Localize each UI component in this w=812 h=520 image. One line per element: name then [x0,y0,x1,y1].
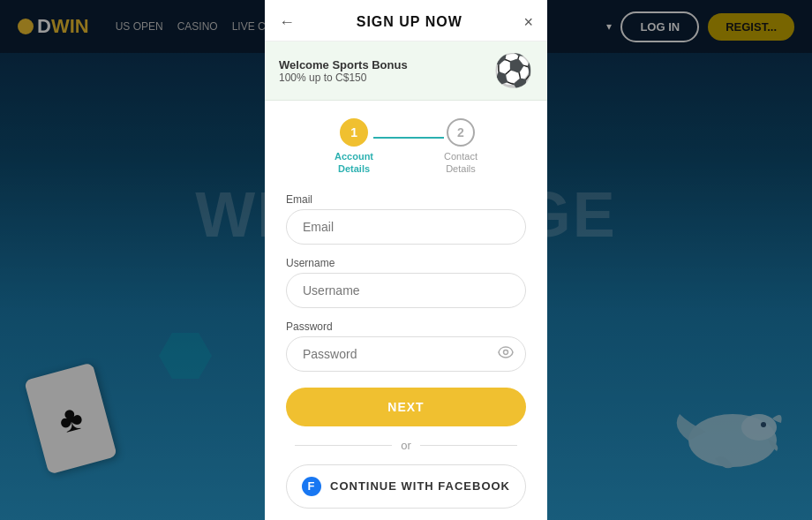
step-2: 2 Contact Details [444,118,477,176]
step-2-circle: 2 [447,118,475,147]
facebook-button-label: CONTINUE WITH FACEBOOK [330,479,510,493]
email-field-group: Email [286,193,526,245]
email-input[interactable] [286,209,526,245]
email-label: Email [286,193,526,206]
bonus-subtitle: 100% up to C$150 [279,72,408,84]
divider-or-text: or [401,439,411,452]
username-field-group: Username [286,257,526,308]
next-button[interactable]: NEXT [286,388,526,426]
divider-line-left [295,445,392,446]
close-button[interactable]: × [523,14,533,30]
password-field-group: Password [286,320,526,372]
back-button[interactable]: ← [279,14,295,30]
username-label: Username [286,257,526,269]
bonus-title: Welcome Sports Bonus [279,58,408,72]
password-input[interactable] [286,336,526,372]
step-1-circle: 1 [340,118,368,147]
step-1-label: Account Details [335,150,373,176]
form-body: Email Username Password NEXT [265,185,547,520]
facebook-icon: f [302,477,321,496]
password-wrapper [286,336,526,372]
step-2-label: Contact Details [444,150,477,176]
username-input[interactable] [286,273,526,308]
modal-header: ← SIGN UP NOW × [265,0,547,41]
step-1: 1 Account Details [335,118,373,176]
steps-indicator: 1 Account Details 2 Contact Details [265,101,547,185]
bonus-text: Welcome Sports Bonus 100% up to C$150 [279,58,408,84]
password-label: Password [286,320,526,333]
bonus-ball-icon: ⚽ [493,52,533,89]
svg-point-3 [504,350,508,354]
password-visibility-toggle[interactable] [498,346,514,362]
bonus-banner: Welcome Sports Bonus 100% up to C$150 ⚽ [265,41,547,101]
facebook-login-button[interactable]: f CONTINUE WITH FACEBOOK [286,464,526,509]
modal-title: SIGN UP NOW [295,14,523,30]
divider-line-right [420,445,517,446]
step-connector [373,137,444,139]
signup-modal: ← SIGN UP NOW × Welcome Sports Bonus 100… [265,0,547,520]
divider: or [286,439,526,452]
